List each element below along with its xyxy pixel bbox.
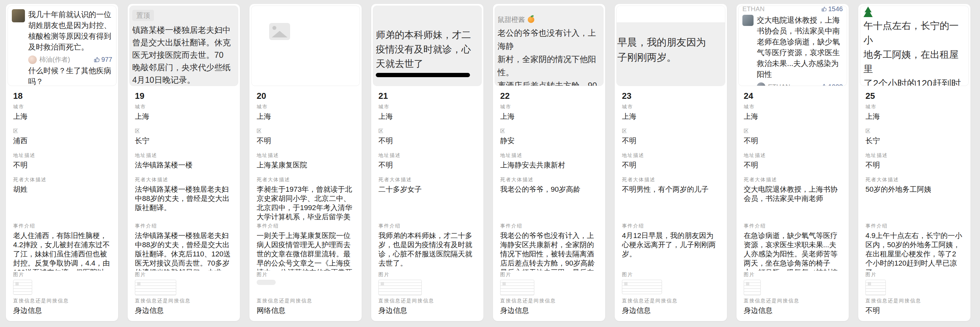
record-number: 19: [135, 90, 233, 101]
field-label-deceased: 死者大体描述: [257, 176, 355, 183]
field-label-address: 地址描述: [13, 152, 111, 159]
field-value-address: 不明: [622, 161, 720, 170]
post-text: 早晨，我的朋友因为 子刚刚两岁。: [617, 22, 725, 86]
comment: 柿油(作者) 977 什么时候？生了其他疾病吗？: [28, 55, 112, 86]
record-card-18[interactable]: 我几十年前就认识的一位胡姓朋友也是因为封控、核酸检测等原因没有得到及时救治而死亡…: [6, 4, 118, 321]
field-value-address: 不明: [865, 161, 963, 170]
field-value-deceased: 法华镇路某楼一楼独居老夫妇中88岁的丈夫，曾经是交大出版社翻译。: [135, 185, 233, 222]
field-label-direct: 直接信息还是间接信息: [744, 297, 842, 304]
thumbs-up-icon: [94, 56, 100, 63]
attachment-thumbnail[interactable]: [744, 280, 761, 295]
field-value-city: 上海: [500, 112, 598, 121]
field-label-deceased: 死者大体描述: [13, 176, 111, 183]
field-value-address: 不明: [744, 161, 842, 170]
commenter-name: ETHAN: [768, 83, 790, 86]
attachment-thumbnail[interactable]: [500, 280, 534, 295]
field-value-deceased: 50岁的外地务工阿姨: [865, 185, 963, 222]
field-value-event: 老人住浦西，有陈旧性脑梗，4.2摔跤，女儿被封在浦东过不了江，妹妹们虽住浦西但也…: [13, 231, 111, 271]
attachment-screenshot[interactable]: ETHAN 1546 交大电院退休教授，上海书协会员，书法家吴中南老师在急诊病逝…: [738, 6, 847, 86]
field-label-image: 图片: [865, 271, 963, 278]
record-number: 24: [744, 90, 842, 101]
field-value-deceased: 不明男性，有个两岁的儿子: [622, 185, 720, 222]
attachment-screenshot[interactable]: 我几十年前就认识的一位胡姓朋友也是因为封控、核酸检测等原因没有得到及时救治而死亡…: [8, 6, 116, 86]
attachment-screenshot[interactable]: 师弟的本科师妹，才二 疫情没有及时就诊，心 天就去世了: [373, 6, 482, 86]
field-value-deceased: 我老公的爷爷，90岁高龄: [500, 185, 598, 222]
attachment-screenshot[interactable]: 午十点左右，长宁的一小 地务工阿姨，在出租屋里 了2个小时的120赶到时: [860, 6, 969, 86]
field-label-image: 图片: [744, 271, 842, 278]
field-label-image: 图片: [13, 271, 111, 278]
field-value-address: 上海静安去共康新村: [500, 161, 598, 170]
field-value-deceased: 二十多岁女子: [379, 185, 476, 222]
field-value-address: 不明: [379, 161, 476, 170]
field-label-address: 地址描述: [622, 152, 720, 159]
field-label-address: 地址描述: [500, 152, 598, 159]
field-label-city: 城市: [622, 104, 720, 110]
record-card-24[interactable]: ETHAN 1546 交大电院退休教授，上海书协会员，书法家吴中南老师在急诊病逝…: [737, 4, 849, 321]
record-number: 21: [379, 90, 476, 101]
field-label-city: 城市: [13, 104, 111, 110]
avatar: [757, 82, 765, 86]
image-placeholder-icon: [269, 23, 290, 40]
clipped-post-header: ETHAN 1546: [742, 6, 843, 13]
attachment-thumbnail[interactable]: [135, 280, 176, 295]
like-count: 977: [94, 56, 112, 63]
field-label-district: 区: [135, 128, 233, 134]
record-card-19[interactable]: 置顶 镇路某楼一楼独居老夫妇中 曾是交大出版社翻译。休克 医无对接医院而去世。7…: [128, 4, 240, 321]
attachment-thumbnail[interactable]: [257, 280, 276, 285]
avatar: [28, 56, 37, 64]
field-label-city: 城市: [500, 104, 598, 110]
record-card-23[interactable]: 早晨，我的朋友因为 子刚刚两岁。 23 城市 上海 区 不明 地址描述 不明 死…: [615, 4, 727, 321]
field-value-direct: 身边信息: [13, 306, 111, 315]
field-label-district: 区: [744, 128, 842, 134]
like-count: 1546: [821, 6, 843, 13]
attachment-screenshot[interactable]: 鼠甜橙酱 老公的爷爷也没有计入，上海静 新村，全家阴的情况下他阳性。 离酒店后差…: [495, 6, 603, 86]
field-value-event: 4.9上午十点左右，长宁的一小区内，50岁的外地务工阿姨，在出租屋里心梗发作，等…: [865, 231, 963, 271]
field-value-district: 不明: [379, 136, 476, 145]
attachment-screenshot[interactable]: 早晨，我的朋友因为 子刚刚两岁。: [616, 6, 725, 86]
record-fields: 22 城市 上海 区 静安 地址描述 上海静安去共康新村 死者大体描述 我老公的…: [493, 90, 605, 315]
record-number: 20: [257, 90, 355, 101]
record-fields: 25 城市 上海 区 长宁 地址描述 不明 死者大体描述 50岁的外地务工阿姨 …: [858, 90, 970, 315]
avatar: [742, 15, 754, 26]
attachment-screenshot[interactable]: [251, 6, 360, 86]
field-value-city: 上海: [865, 112, 963, 121]
field-label-direct: 直接信息还是间接信息: [135, 297, 233, 304]
record-card-25[interactable]: 午十点左右，长宁的一小 地务工阿姨，在出租屋里 了2个小时的120赶到时 25 …: [858, 4, 970, 321]
record-card-21[interactable]: 师弟的本科师妹，才二 疫情没有及时就诊，心 天就去世了 21 城市 上海 区 不…: [371, 4, 484, 321]
field-value-address: 上海某康复医院: [257, 161, 355, 170]
field-label-district: 区: [257, 128, 355, 134]
field-label-city: 城市: [135, 104, 233, 110]
record-number: 25: [865, 90, 963, 101]
comment-text: 什么时候？生了其他疾病吗？: [28, 65, 112, 86]
field-value-event: 法华镇路某楼一楼独居老夫妇中88岁的丈夫，曾经是交大出版社翻译。休克后110、1…: [135, 231, 233, 271]
field-value-city: 上海: [257, 112, 355, 121]
post-text: 交大电院退休教授，上海书协会员，书法家吴中南老师在急诊病逝，缺少氧气等医疗资源，…: [757, 15, 843, 80]
field-label-event: 事件介绍: [13, 223, 111, 229]
attachment-thumbnail[interactable]: [13, 280, 32, 295]
field-value-city: 上海: [13, 112, 111, 121]
field-label-address: 地址描述: [257, 152, 355, 159]
field-label-event: 事件介绍: [135, 223, 233, 229]
field-value-event: 一则关于上海某康复医院一位病人因疫情管理无人护理而去世的文章在微信群里流转。最早…: [257, 231, 355, 271]
field-label-address: 地址描述: [379, 152, 476, 159]
author-name: ETHAN: [742, 6, 765, 13]
attachment-thumbnail[interactable]: [379, 280, 422, 295]
field-label-address: 地址描述: [135, 152, 233, 159]
record-card-22[interactable]: 鼠甜橙酱 老公的爷爷也没有计入，上海静 新村，全家阴的情况下他阳性。 离酒店后差…: [493, 4, 605, 321]
field-label-deceased: 死者大体描述: [135, 176, 233, 183]
field-label-city: 城市: [744, 104, 842, 110]
field-label-direct: 直接信息还是间接信息: [13, 297, 111, 304]
field-label-direct: 直接信息还是间接信息: [500, 297, 598, 304]
attachment-screenshot[interactable]: 置顶 镇路某楼一楼独居老夫妇中 曾是交大出版社翻译。休克 医无对接医院而去世。7…: [129, 6, 238, 86]
field-value-district: 不明: [257, 136, 355, 145]
attachment-thumbnail[interactable]: [622, 280, 662, 294]
field-label-image: 图片: [379, 271, 476, 278]
record-fields: 18 城市 上海 区 浦西 地址描述 不明 死者大体描述 胡姓 事件介绍 老人住…: [6, 90, 118, 315]
attachment-thumbnail[interactable]: [865, 280, 886, 295]
field-value-direct: 身边信息: [744, 306, 842, 315]
field-label-deceased: 死者大体描述: [500, 176, 598, 183]
field-value-direct: 身边信息: [135, 306, 233, 315]
author-name: 鼠甜橙酱: [498, 15, 525, 24]
record-card-20[interactable]: 20 城市 上海 区 不明 地址描述 上海某康复医院 死者大体描述 李昶生于19…: [250, 4, 362, 321]
post-text: 老公的爷爷也没有计入，上海静 新村，全家阴的情况下他阳性。 离酒店后差点转去方舱…: [498, 26, 600, 86]
